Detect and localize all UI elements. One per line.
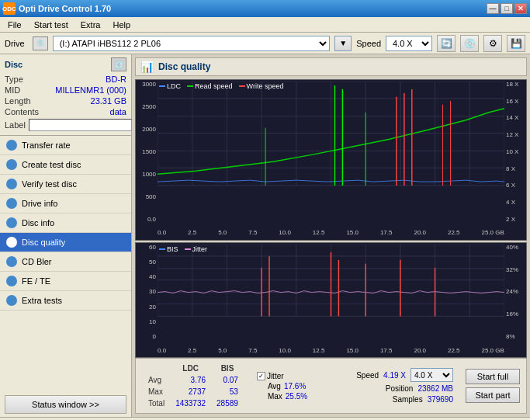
minimize-button[interactable]: —: [487, 3, 499, 14]
stats-table: LDC BIS Avg 3.76 0.07 Max 2737 53 Total …: [142, 362, 244, 410]
menu-start-test[interactable]: Start test: [29, 19, 73, 31]
drive-icon: 💿: [33, 36, 48, 50]
top-chart: LDC Read speed Write speed 3000 2500 2: [135, 79, 527, 241]
app-icon: ODC: [3, 2, 16, 15]
main-content: Disc 💿 Type BD-R MID MILLENMR1 (000) Len…: [0, 54, 530, 417]
total-label: Total: [144, 398, 169, 408]
nav-items: Transfer rate Create test disc Verify te…: [0, 136, 131, 392]
charts-container: LDC Read speed Write speed 3000 2500 2: [135, 79, 527, 358]
bis-header: BIS: [212, 363, 243, 373]
contents-label: Contents: [5, 107, 39, 116]
status-window-button[interactable]: Status window >>: [5, 395, 126, 414]
nav-item-verify-test-disc[interactable]: Verify test disc: [0, 175, 131, 194]
app-title: Opti Drive Control 1.70: [19, 4, 111, 13]
legend-ldc: LDC: [159, 82, 181, 90]
drive-refresh-button[interactable]: ▼: [334, 36, 352, 51]
ldc-header: LDC: [171, 363, 210, 373]
nav-icon-create-test-disc: [6, 159, 17, 170]
nav-icon-disc-info: [6, 217, 17, 228]
type-value: BD-R: [106, 75, 126, 84]
length-label: Length: [5, 96, 31, 106]
type-label: Type: [5, 75, 23, 84]
avg-bis: 0.07: [212, 375, 243, 385]
nav-icon-drive-info: [6, 198, 17, 209]
jitter-max-label: Max: [268, 392, 282, 401]
nav-item-transfer-rate[interactable]: Transfer rate: [0, 136, 131, 155]
title-bar: ODC Opti Drive Control 1.70 — □ ✕: [0, 0, 530, 17]
nav-item-disc-info[interactable]: Disc info: [0, 213, 131, 233]
menu-help[interactable]: Help: [108, 19, 135, 31]
max-bis: 53: [212, 387, 243, 397]
samples-value: 379690: [428, 395, 453, 404]
jitter-checkbox[interactable]: ✓: [257, 372, 265, 380]
bottom-y-axis-left: 60 50 40 30 20 10 0: [136, 243, 158, 342]
mid-value: MILLENMR1 (000): [55, 85, 126, 95]
legend-write-speed: Write speed: [239, 82, 284, 90]
bottom-chart: BIS Jitter 60 50 40 30 20 10 0: [135, 242, 527, 358]
speed-value-stat: 4.19 X: [383, 371, 406, 380]
position-value: 23862 MB: [417, 384, 453, 393]
start-full-button[interactable]: Start full: [466, 369, 520, 384]
label-input[interactable]: [29, 119, 132, 131]
menu-bar: File Start test Extra Help: [0, 17, 530, 33]
chart-title: Disc quality: [158, 61, 210, 72]
total-bis: 28589: [212, 398, 243, 408]
avg-label: Avg: [144, 375, 169, 385]
speed-label: Speed: [356, 39, 381, 48]
drive-label: Drive: [5, 39, 25, 48]
action-buttons: Start full Start part: [466, 369, 520, 403]
speed-info: Speed 4.19 X 4.0 X Position 23862 MB Sam…: [356, 368, 453, 404]
disc-icon[interactable]: 💿: [111, 57, 126, 71]
max-label: Max: [144, 387, 169, 397]
top-y-axis-left: 3000 2500 2000 1500 1000 500 0.0: [136, 80, 158, 224]
disc-button[interactable]: 💿: [460, 35, 479, 52]
nav-icon-transfer-rate: [6, 140, 17, 151]
right-panel: 📊 Disc quality LDC Read speed: [132, 54, 530, 417]
nav-item-cd-bler[interactable]: CD Bler: [0, 252, 131, 272]
total-ldc: 1433732: [171, 398, 210, 408]
jitter-section: ✓ Jitter Avg 17.6% Max 25.5%: [257, 372, 307, 401]
close-button[interactable]: ✕: [514, 3, 527, 14]
jitter-avg-value: 17.6%: [284, 382, 306, 390]
start-part-button[interactable]: Start part: [466, 387, 520, 403]
disc-section-title: Disc: [5, 60, 23, 69]
chart-header: 📊 Disc quality: [135, 57, 527, 76]
speed-select-stats[interactable]: 4.0 X: [410, 368, 453, 382]
refresh-button[interactable]: 🔄: [437, 35, 456, 52]
samples-label: Samples: [393, 395, 423, 404]
bottom-chart-svg: [158, 245, 504, 329]
nav-item-create-test-disc[interactable]: Create test disc: [0, 155, 131, 175]
max-ldc: 2737: [171, 387, 210, 397]
left-panel: Disc 💿 Type BD-R MID MILLENMR1 (000) Len…: [0, 54, 132, 417]
legend-bis: BIS: [159, 245, 178, 253]
bottom-y-axis-right: 40% 32% 24% 16% 8%: [504, 243, 526, 342]
menu-extra[interactable]: Extra: [76, 19, 106, 31]
save-button[interactable]: 💾: [507, 35, 525, 52]
speed-select[interactable]: 4.0 X: [386, 36, 432, 51]
menu-file[interactable]: File: [3, 19, 26, 31]
length-value: 23.31 GB: [91, 96, 126, 106]
jitter-label: Jitter: [267, 372, 284, 380]
stats-bar: LDC BIS Avg 3.76 0.07 Max 2737 53 Total …: [135, 358, 527, 414]
top-x-axis: 0.0 2.5 5.0 7.5 10.0 12.5 15.0 17.5 20.0…: [158, 226, 504, 240]
top-legend: LDC Read speed Write speed: [159, 82, 283, 90]
nav-icon-disc-quality: [6, 237, 17, 248]
maximize-button[interactable]: □: [501, 3, 513, 14]
bottom-legend: BIS Jitter: [159, 245, 207, 253]
status-bar: Test completed 100.0% 33:13: [0, 417, 530, 420]
nav-item-extra-tests[interactable]: Extra tests: [0, 291, 131, 311]
drive-bar: Drive 💿 (I:) ATAPI iHBS112 2 PL06 ▼ Spee…: [0, 33, 530, 54]
settings-button[interactable]: ⚙: [483, 35, 502, 52]
nav-item-disc-quality[interactable]: Disc quality: [0, 233, 131, 252]
nav-item-drive-info[interactable]: Drive info: [0, 194, 131, 213]
legend-jitter: Jitter: [185, 245, 208, 253]
chart-icon: 📊: [140, 61, 154, 73]
jitter-avg-label: Avg: [268, 382, 281, 390]
legend-read-speed: Read speed: [187, 82, 233, 90]
position-label: Position: [386, 384, 414, 393]
nav-icon-extra-tests: [6, 295, 17, 306]
drive-select[interactable]: (I:) ATAPI iHBS112 2 PL06: [53, 36, 331, 51]
nav-item-fe-te[interactable]: FE / TE: [0, 272, 131, 291]
nav-icon-fe-te: [6, 276, 17, 286]
bottom-x-axis: 0.0 2.5 5.0 7.5 10.0 12.5 15.0 17.5 20.0…: [158, 343, 504, 357]
